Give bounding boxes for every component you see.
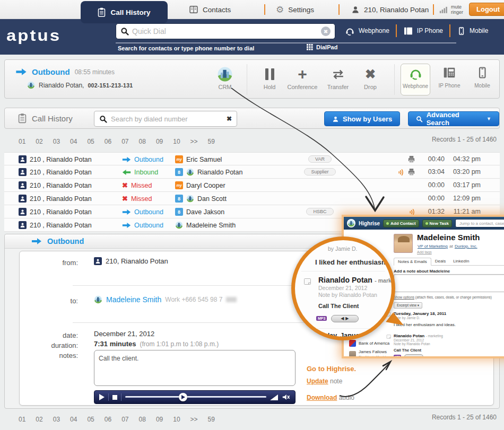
tab-linkedin[interactable]: LinkedIn	[449, 258, 473, 265]
add-contact-button[interactable]: Add Contact	[383, 220, 419, 227]
page-next-link[interactable]: >>	[190, 416, 198, 423]
dialpad-button[interactable]: DialPad	[307, 44, 337, 50]
drop-button[interactable]: ✖ Drop	[354, 66, 387, 90]
tab-settings[interactable]: ⚙ Settings	[276, 0, 314, 19]
audio-scrubber[interactable]: ◀▶	[404, 354, 423, 356]
call-row[interactable]: 210 , Rianaldo Potan Outbound myEric Sam…	[4, 152, 500, 165]
clear-icon[interactable]: ✖	[227, 115, 232, 122]
row-contact: Rianaldo Potan	[197, 169, 242, 176]
note-entry: Rianaldo Potan - marketing December 21, …	[394, 334, 504, 356]
advanced-search-button[interactable]: Advanced Search ▼	[408, 111, 499, 126]
row-time: 03:17 pm	[448, 179, 481, 192]
tab-deals[interactable]: Deals	[431, 258, 449, 265]
recording-icon[interactable]	[409, 208, 415, 216]
quick-dial-input[interactable]	[132, 27, 318, 36]
update-note-link[interactable]: Update	[307, 378, 328, 385]
page-next-link[interactable]: >>	[190, 138, 198, 145]
call-row[interactable]: 210 , Rianaldo Potan ✖Missed myDaryl Coo…	[4, 179, 500, 192]
note-input[interactable]	[394, 274, 504, 292]
page-link[interactable]: 03	[53, 138, 60, 145]
mobile-link[interactable]: Mobile	[457, 27, 488, 36]
page-link[interactable]: 03	[53, 416, 60, 423]
sidebar-company[interactable]: Bank of America	[349, 340, 389, 347]
page-last-link[interactable]: 59	[208, 416, 215, 423]
to-contact-link[interactable]: Madeleine Smith	[106, 295, 161, 304]
excerpt-view-button[interactable]: Excerpt view ▾	[394, 302, 422, 309]
sidebar-person[interactable]: James Fallows The Atlantic Monthly	[349, 349, 387, 356]
volume-icon[interactable]	[270, 394, 278, 400]
mobile-icon	[476, 66, 489, 79]
app-window: Contacts ⚙ Settings 210, Rianaldo Potan …	[0, 0, 504, 430]
page-link[interactable]: 01	[19, 416, 25, 423]
company-link[interactable]: Dunlop, Inc.	[455, 244, 477, 249]
call-row[interactable]: 210 , Rianaldo Potan ✖Missed 8Dan Scott …	[4, 192, 500, 205]
show-by-users-button[interactable]: Show by Users	[324, 111, 400, 126]
clear-icon[interactable]: ✖	[321, 27, 331, 36]
page-link[interactable]: 02	[36, 138, 42, 145]
webphone-device-button[interactable]: Webphone	[401, 64, 430, 95]
hold-button[interactable]: Hold	[253, 66, 286, 90]
highrise-search-box[interactable]: Jump to a contact, case, deal, or tag...	[455, 219, 504, 227]
role-link[interactable]: VP of Marketing	[418, 244, 448, 249]
page-link[interactable]: 06	[105, 138, 111, 145]
tab-contacts[interactable]: Contacts	[189, 0, 231, 19]
page-link[interactable]: 04	[70, 416, 77, 423]
go-to-highrise-link[interactable]: Go to Highrise.	[307, 365, 356, 373]
page-link[interactable]: 10	[173, 416, 180, 423]
webphone-link[interactable]: Webphone	[345, 26, 389, 36]
mp3-badge: MP3	[394, 355, 401, 356]
new-task-button[interactable]: New Task	[422, 220, 452, 227]
tab-notes-emails[interactable]: Notes & Emails	[394, 258, 431, 266]
page-link[interactable]: 08	[139, 416, 146, 423]
call-history-header: Call History ✖ Show by Users Advanced Se…	[4, 108, 500, 129]
ip-phone-link[interactable]: IP Phone	[403, 26, 443, 36]
mute-ringer-toggle[interactable]: muteringer	[439, 0, 463, 19]
page-link[interactable]: 08	[139, 138, 146, 145]
page-link[interactable]: 05	[87, 416, 94, 423]
audio-player	[94, 390, 296, 404]
page-link[interactable]: 04	[70, 138, 77, 145]
page-link[interactable]: 10	[173, 138, 180, 145]
page-link[interactable]: 09	[156, 416, 163, 423]
rewind-icon[interactable]: ◀	[341, 316, 344, 321]
audio-scrubber[interactable]: ◀▶	[331, 315, 359, 322]
recording-icon[interactable]	[398, 169, 404, 176]
history-search-input[interactable]	[111, 115, 223, 123]
download-audio-link[interactable]: Download	[307, 394, 337, 401]
row-user: 210 , Rianaldo Potan	[30, 182, 92, 189]
current-user[interactable]: 210, Rianaldo Potan	[351, 0, 429, 19]
conference-button[interactable]: + Conference	[286, 66, 319, 90]
seek-bar[interactable]	[125, 393, 266, 401]
add-tags-link[interactable]: Add tags	[417, 250, 432, 254]
tab-call-history[interactable]: Call History	[81, 1, 168, 23]
page-link[interactable]: 09	[156, 138, 163, 145]
contact-badge: HSBC	[291, 207, 349, 216]
call-row[interactable]: 210 , Rianaldo Potan Inbound 8Rianaldo P…	[4, 165, 500, 179]
forward-icon[interactable]: ▶	[345, 316, 349, 321]
page-link[interactable]: 07	[121, 416, 128, 423]
call-contact: Rianaldo Potan,	[39, 82, 84, 89]
page-last-link[interactable]: 59	[208, 138, 215, 145]
page-link[interactable]: 06	[105, 416, 111, 423]
logout-button[interactable]: Logout	[469, 3, 504, 16]
missed-x-icon: ✖	[122, 181, 128, 189]
mobile-device-button[interactable]: Mobile	[467, 64, 497, 95]
crm-button[interactable]: CRM	[208, 66, 241, 90]
show-options-link[interactable]: Show options	[394, 295, 414, 299]
stop-icon[interactable]	[112, 395, 117, 400]
play-icon[interactable]	[99, 394, 105, 400]
forward-icon[interactable]: ▶	[414, 355, 417, 357]
ip-phone-device-button[interactable]: IP Phone	[435, 64, 464, 95]
notes-textarea[interactable]: Call the client.	[94, 350, 296, 386]
rewind-icon[interactable]: ◀	[410, 355, 413, 357]
mute-icon[interactable]	[282, 393, 290, 401]
seek-knob[interactable]	[179, 393, 187, 401]
page-link[interactable]: 07	[121, 138, 128, 145]
pagination-bottom: 01 02 03 04 05 06 07 08 09 10 >> 59 Reco…	[4, 414, 500, 425]
chevron-down-icon: ▼	[486, 116, 491, 121]
quick-dial-box: ✖	[116, 23, 335, 39]
transfer-button[interactable]: Transfer	[321, 66, 354, 90]
page-link[interactable]: 01	[19, 138, 25, 145]
page-link[interactable]: 02	[36, 416, 42, 423]
page-link[interactable]: 05	[87, 138, 94, 145]
